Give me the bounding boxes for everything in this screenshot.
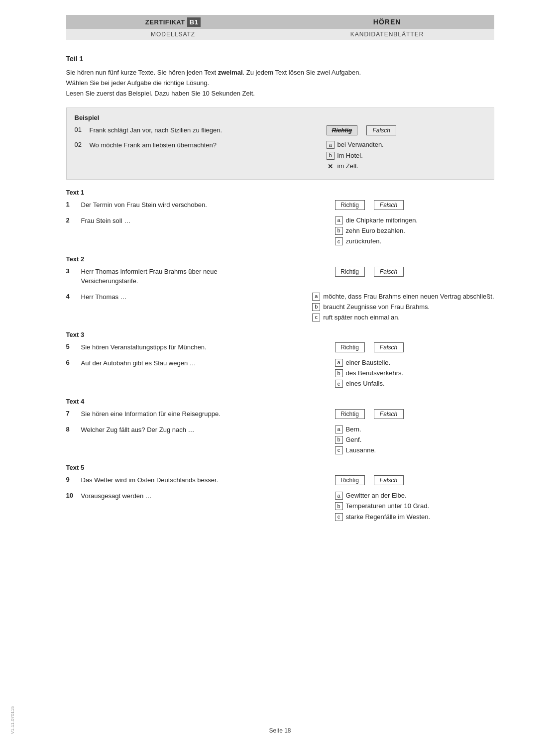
q01-falsch-box[interactable]: Falsch <box>366 125 396 135</box>
q01-richtig-box[interactable]: Richtig <box>327 125 358 135</box>
beispiel-header: Beispiel <box>75 114 486 121</box>
q6-text: Auf der Autobahn gibt es Stau wegen … <box>81 358 325 368</box>
q1-num: 1 <box>66 200 81 208</box>
horen-label: HÖREN <box>373 18 401 26</box>
question-block-q9: 9Das Wetter wird im Osten Deutschlands b… <box>66 475 494 485</box>
question-row-q5: 5Sie hören Veranstaltungstipps für Münch… <box>66 342 494 352</box>
text-header-3: Text 3 <box>66 331 494 338</box>
q7-richtig-box[interactable]: Richtig <box>335 409 365 419</box>
q02-mc-options: a bei Verwandten. b im Hotel. ✕ im Zelt. <box>327 140 384 171</box>
q5-text: Sie hören Veranstaltungstipps für Münche… <box>81 342 325 352</box>
header-table: ZERTIFIKAT B1 HÖREN MODELLSATZ KANDIDATE… <box>66 15 494 40</box>
text-header-5: Text 5 <box>66 464 494 471</box>
q2-mc-options: adie Chipkarte mitbringen.bzehn Euro bez… <box>335 216 418 246</box>
q7-falsch-box[interactable]: Falsch <box>374 409 404 419</box>
q01-num: 01 <box>75 125 90 133</box>
q4-letter-b: b <box>312 303 320 311</box>
question-block-q2: 2Frau Stein soll …adie Chipkarte mitbrin… <box>66 216 494 246</box>
q2-option-b: bzehn Euro bezahlen. <box>335 226 418 235</box>
q2-letter-c: c <box>335 237 343 245</box>
q4-answers: amöchte, dass Frau Brahms einen neuen Ve… <box>312 292 494 322</box>
question-row-q4: 4Herr Thomas …amöchte, dass Frau Brahms … <box>66 292 494 322</box>
q9-richtig-box[interactable]: Richtig <box>335 475 365 485</box>
text-header-1: Text 1 <box>66 189 494 196</box>
question-block-q1: 1Der Termin von Frau Stein wird verschob… <box>66 200 494 210</box>
modellsatz-label: MODELLSATZ <box>66 29 280 40</box>
q6-num: 6 <box>66 358 81 366</box>
q1-richtig-box[interactable]: Richtig <box>335 200 365 210</box>
q02-num: 02 <box>75 140 90 148</box>
q8-text: Welcher Zug fällt aus? Der Zug nach … <box>81 425 325 435</box>
q3-text: Herr Thomas informiert Frau Brahms über … <box>81 267 325 286</box>
q10-letter-c: c <box>335 513 343 521</box>
q01-answers: Richtig Falsch <box>327 125 486 135</box>
q4-text-b: braucht Zeugnisse von Frau Brahms. <box>323 303 430 312</box>
q02-letter-b: b <box>327 152 335 160</box>
question-row-q9: 9Das Wetter wird im Osten Deutschlands b… <box>66 475 494 485</box>
page-number: Seite 18 <box>269 727 291 734</box>
q4-option-b: bbraucht Zeugnisse von Frau Brahms. <box>312 303 494 312</box>
q10-text-c: starke Regenfälle im Westen. <box>346 513 431 522</box>
instruction-line2: Wählen Sie bei jeder Aufgabe die richtig… <box>66 79 210 87</box>
instruction-line3: Lesen Sie zuerst das Beispiel. Dazu habe… <box>66 90 255 97</box>
q3-num: 3 <box>66 267 81 275</box>
q5-answers: RichtigFalsch <box>335 342 494 352</box>
q3-falsch-box[interactable]: Falsch <box>374 267 404 277</box>
q4-text: Herr Thomas … <box>81 292 303 302</box>
question-row-q8: 8Welcher Zug fällt aus? Der Zug nach …aB… <box>66 425 494 455</box>
q01-text: Frank schlägt Jan vor, nach Sizilien zu … <box>90 125 317 135</box>
q10-mc-options: aGewitter an der Elbe.bTemperaturen unte… <box>335 491 431 522</box>
question-block-q8: 8Welcher Zug fällt aus? Der Zug nach …aB… <box>66 425 494 455</box>
q8-answers: aBern.bGenf.cLausanne. <box>335 425 494 455</box>
footer: Seite 18 <box>0 727 560 734</box>
instruction-line1: Sie hören nun fünf kurze Texte. Sie höre… <box>66 69 361 76</box>
q1-text: Der Termin von Frau Stein wird verschobe… <box>81 200 325 210</box>
q10-text: Vorausgesagt werden … <box>81 491 325 501</box>
question-row-q1: 1Der Termin von Frau Stein wird verschob… <box>66 200 494 210</box>
q6-letter-b: b <box>335 369 343 377</box>
q2-letter-b: b <box>335 227 343 235</box>
q6-option-a: aeiner Baustelle. <box>335 358 404 367</box>
question-block-q6: 6Auf der Autobahn gibt es Stau wegen …ae… <box>66 358 494 389</box>
question-row-q3: 3Herr Thomas informiert Frau Brahms über… <box>66 267 494 286</box>
q02-answers: a bei Verwandten. b im Hotel. ✕ im Zelt. <box>327 140 486 171</box>
q02-letter-a: a <box>327 141 335 149</box>
q4-num: 4 <box>66 292 81 300</box>
section-title: Teil 1 <box>66 55 494 63</box>
q10-answers: aGewitter an der Elbe.bTemperaturen unte… <box>335 491 494 522</box>
question-row-02: 02 Wo möchte Frank am liebsten übernacht… <box>75 140 486 171</box>
q8-letter-c: c <box>335 446 343 454</box>
question-row-q2: 2Frau Stein soll …adie Chipkarte mitbrin… <box>66 216 494 246</box>
q2-option-c: czurückrufen. <box>335 237 418 246</box>
q5-falsch-box[interactable]: Falsch <box>374 342 404 352</box>
q02-option-a: a bei Verwandten. <box>327 140 384 149</box>
beispiel-block: Beispiel 01 Frank schlägt Jan vor, nach … <box>66 107 494 180</box>
q10-letter-b: b <box>335 502 343 510</box>
q2-text-c: zurückrufen. <box>346 237 382 246</box>
q8-letter-b: b <box>335 436 343 444</box>
q6-option-c: ceines Unfalls. <box>335 379 404 388</box>
q8-text-c: Lausanne. <box>346 446 376 455</box>
q02-text-c: im Zelt. <box>337 162 359 171</box>
q10-option-c: cstarke Regenfälle im Westen. <box>335 513 431 522</box>
kandidatenblaetter-label: KANDIDATENBLÄTTER <box>280 29 494 40</box>
q10-num: 10 <box>66 491 81 499</box>
text-header-2: Text 2 <box>66 255 494 263</box>
instruction-text: Sie hören nun fünf kurze Texte. Sie höre… <box>66 68 494 99</box>
q02-text-b: im Hotel. <box>337 151 363 160</box>
zertifikat-label: ZERTIFIKAT <box>145 18 185 26</box>
q1-falsch-box[interactable]: Falsch <box>374 200 404 210</box>
q2-num: 2 <box>66 216 81 224</box>
q2-text-a: die Chipkarte mitbringen. <box>346 216 418 225</box>
header-right-cell: HÖREN <box>280 15 494 29</box>
q02-text-a: bei Verwandten. <box>337 140 384 149</box>
question-row-01: 01 Frank schlägt Jan vor, nach Sizilien … <box>75 125 486 135</box>
q8-mc-options: aBern.bGenf.cLausanne. <box>335 425 376 455</box>
q5-richtig-box[interactable]: Richtig <box>335 342 365 352</box>
q3-richtig-box[interactable]: Richtig <box>335 267 365 277</box>
q02-text: Wo möchte Frank am liebsten übernachten? <box>90 140 317 150</box>
q9-falsch-box[interactable]: Falsch <box>374 475 404 485</box>
q8-letter-a: a <box>335 425 343 433</box>
question-block-q7: 7Sie hören eine Information für eine Rei… <box>66 409 494 419</box>
q8-text-b: Genf. <box>346 435 362 444</box>
